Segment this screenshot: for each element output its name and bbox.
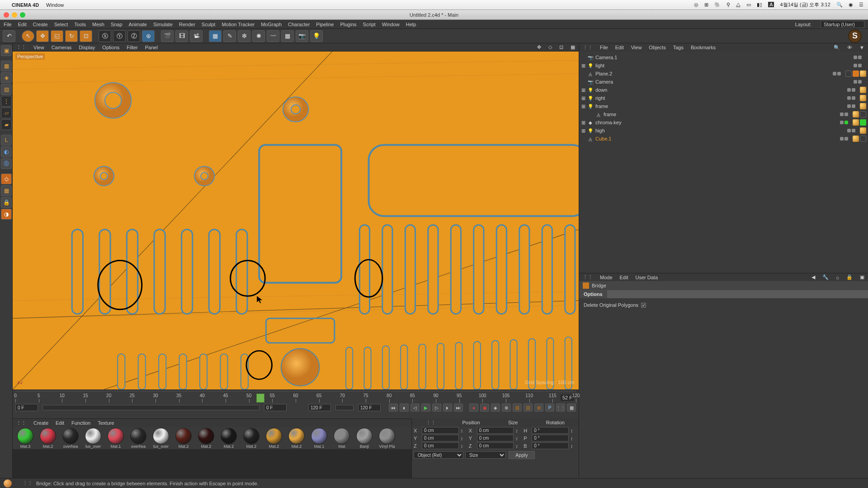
render-pv[interactable]: 📽 — [190, 30, 203, 42]
tree-row[interactable]: ⊞◆chroma-key — [581, 118, 866, 127]
siri-icon[interactable]: ◉ — [849, 2, 853, 7]
timeline-ruler[interactable]: 52 F 05101520253035404550556065707580859… — [13, 390, 579, 403]
step-fwd[interactable]: ⏵ — [443, 404, 452, 412]
vmenu-panel[interactable]: Panel — [145, 45, 158, 50]
lock-icon[interactable]: 🔒 — [1, 197, 12, 208]
delete-orig-checkbox[interactable] — [641, 303, 646, 308]
coord-mode[interactable]: Object (Rel) — [414, 451, 463, 459]
material-item[interactable]: Mat.2 — [195, 428, 217, 449]
make-editable[interactable]: ▣ — [1, 45, 12, 56]
key-menu[interactable]: ⋮⋮ — [556, 404, 565, 412]
battery-icon[interactable]: ▮▯ — [757, 2, 762, 7]
eye-icon[interactable]: 👁 — [847, 45, 852, 50]
autokey-button[interactable]: ◉ — [480, 404, 489, 412]
menu-edit[interactable]: Edit — [18, 22, 27, 27]
nurbs-tool[interactable]: ❇ — [238, 30, 250, 42]
tool-icon[interactable]: 🔧 — [822, 274, 829, 280]
menu-file[interactable]: File — [4, 22, 12, 27]
workplane-lock[interactable]: ◇ — [1, 174, 12, 184]
material-item[interactable]: Mat.1 — [308, 428, 330, 449]
material-item[interactable]: lux_over — [150, 428, 172, 449]
tree-row[interactable]: ◬Cube.1 — [581, 135, 866, 143]
menu-simulate[interactable]: Simulate — [153, 22, 173, 27]
range-end[interactable] — [358, 404, 381, 411]
apply-button[interactable]: Apply — [509, 451, 535, 459]
menu-sculpt[interactable]: Sculpt — [202, 22, 216, 27]
material-item[interactable]: Banji — [354, 428, 375, 449]
point-mode[interactable]: ⋮ — [1, 96, 12, 107]
nav-icon[interactable]: ✥ — [537, 44, 541, 50]
playhead[interactable] — [256, 394, 264, 403]
material-item[interactable]: Mat.2 — [286, 428, 307, 449]
status-icon[interactable]: 🐘 — [714, 2, 721, 7]
layout-select[interactable]: Startup (User) — [821, 21, 864, 28]
workplane-mode[interactable]: ▤ — [1, 84, 12, 95]
spotlight-icon[interactable]: 🔍 — [836, 2, 843, 7]
lang-icon[interactable]: A — [768, 2, 774, 7]
record-button[interactable]: ● — [469, 404, 478, 412]
notif-icon[interactable]: ☰ — [859, 2, 863, 7]
render-settings[interactable]: 🎞 — [175, 30, 188, 42]
move-tool[interactable]: ✥ — [36, 30, 49, 42]
material-item[interactable]: Vinyl Pla — [376, 428, 398, 449]
light-tool[interactable]: 💡 — [310, 30, 323, 42]
tree-row[interactable]: ⊞💡frame — [581, 102, 866, 110]
vmenu-display[interactable]: Display — [79, 45, 95, 50]
coord-sizemode[interactable]: Size — [465, 451, 506, 459]
nav-icon[interactable]: ◇ — [548, 44, 552, 50]
camera-tool[interactable]: 📷 — [296, 30, 308, 42]
material-item[interactable]: Mat.2 — [173, 428, 194, 449]
home-icon[interactable]: ⌂ — [836, 275, 839, 280]
material-item[interactable]: Mat.2 — [37, 428, 59, 449]
object-tree[interactable]: 📷Camera.1⊞💡light◬Plane.2📷Camera⊞💡down⊞💡r… — [579, 52, 868, 273]
menu-pipeline[interactable]: Pipeline — [316, 22, 334, 27]
wifi-icon[interactable]: ⧋ — [736, 2, 741, 7]
y-axis-lock[interactable]: Ⓨ — [113, 30, 126, 42]
render-view[interactable]: 🎬 — [161, 30, 174, 42]
menu-animate[interactable]: Animate — [129, 22, 147, 27]
app-name[interactable]: CINEMA 4D — [12, 2, 39, 8]
tree-row[interactable]: ◬Plane.2 — [581, 70, 866, 78]
viewport-solo[interactable]: ▦ — [1, 185, 12, 196]
status-icon[interactable]: ⊞ — [704, 2, 708, 7]
filter-icon[interactable]: ▼ — [859, 45, 864, 50]
clock[interactable]: 4월14일 (금) 오후 3:12 — [780, 2, 830, 7]
key-s[interactable]: ⊡ — [524, 404, 533, 412]
material-item[interactable]: Mat.2 — [218, 428, 240, 449]
status-material-icon[interactable] — [4, 479, 12, 488]
key-pla[interactable]: P — [545, 404, 554, 412]
material-item[interactable]: overhea — [127, 428, 149, 449]
menu-plugins[interactable]: Plugins — [340, 22, 356, 27]
range-start2[interactable] — [264, 404, 287, 411]
menu-mesh[interactable]: Mesh — [92, 22, 104, 27]
max-icon[interactable]: ▣ — [860, 274, 864, 280]
coord-system[interactable]: ⊕ — [142, 30, 155, 42]
polygon-mode[interactable]: ▰ — [1, 119, 12, 130]
bluetooth-icon[interactable]: ⚲ — [726, 2, 730, 7]
menu-tools[interactable]: Tools — [74, 22, 86, 27]
environment-tool[interactable]: ▦ — [281, 30, 294, 42]
menu-snap[interactable]: Snap — [111, 22, 123, 27]
pen-tool[interactable]: ✎ — [223, 30, 236, 42]
range-start[interactable] — [15, 404, 38, 411]
key-settings[interactable]: ▦ — [567, 404, 576, 412]
matmenu-edit[interactable]: Edit — [56, 420, 64, 426]
prev-key[interactable]: ◁ — [410, 404, 420, 412]
loop-tool[interactable]: ◑ — [1, 209, 12, 220]
rotate-tool[interactable]: ↻ — [65, 30, 78, 42]
undo-button[interactable]: ↶ — [3, 30, 15, 42]
snap-toggle[interactable]: Ⓢ — [1, 158, 12, 169]
edge-mode[interactable]: ▱ — [1, 108, 12, 118]
tree-row[interactable]: ⊞💡right — [581, 94, 866, 102]
material-item[interactable]: Mat.1 — [105, 428, 127, 449]
matmenu-texture[interactable]: Texture — [98, 420, 114, 426]
key-p[interactable]: ⊡ — [513, 404, 522, 412]
omenu-objects[interactable]: Objects — [649, 45, 665, 50]
material-item[interactable]: lux_over — [82, 428, 104, 449]
z-axis-lock[interactable]: Ⓩ — [127, 30, 140, 42]
status-icon[interactable]: ◎ — [694, 2, 698, 7]
goto-end[interactable]: ⏭ — [454, 404, 463, 412]
texture-mode[interactable]: ◈ — [1, 72, 12, 83]
omenu-view[interactable]: View — [631, 45, 642, 50]
matmenu-function[interactable]: Function — [71, 420, 90, 426]
